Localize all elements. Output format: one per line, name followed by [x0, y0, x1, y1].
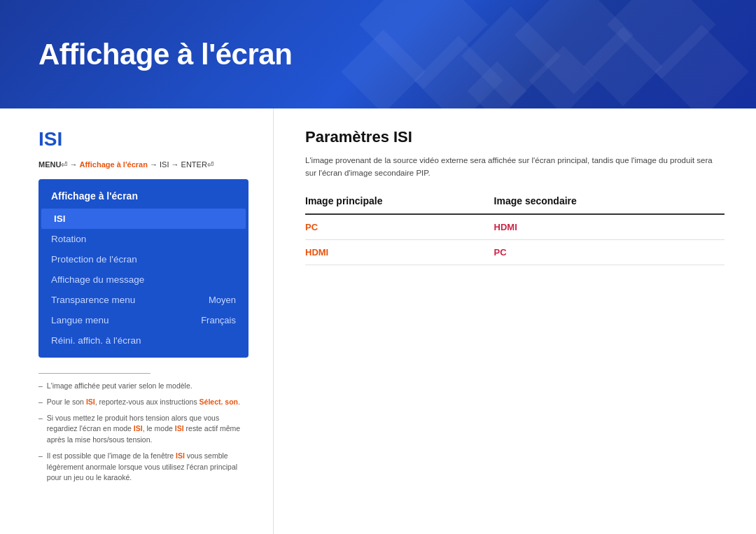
footnote-3-isi2: ISI — [175, 424, 184, 433]
footnote-4: – Il est possible que l'image de la fenê… — [38, 451, 248, 484]
footnote-3-isi1: ISI — [134, 424, 143, 433]
menu-item-reini-label: Réini. affich. à l'écran — [51, 335, 141, 346]
table-cell-main-2: HDMI — [305, 239, 494, 265]
menu-item-affichage-label: Affichage du message — [51, 274, 144, 285]
breadcrumb-arrow2: → ISI → ENTER — [150, 160, 207, 169]
menu-item-affichage[interactable]: Affichage du message — [38, 269, 248, 290]
breadcrumb-highlight: Affichage à l'écran — [80, 160, 148, 169]
menu-item-protection[interactable]: Protection de l'écran — [38, 249, 248, 269]
col-header-secondary: Image secondaire — [494, 195, 724, 214]
table-cell-secondary-2: PC — [494, 239, 724, 265]
breadcrumb-enter-icon: ⏎ — [207, 160, 214, 169]
footnote-3: – Si vous mettez le produit hors tension… — [38, 413, 248, 446]
footnote-4-text: Il est possible que l'image de la fenêtr… — [47, 451, 248, 484]
section-title: ISI — [38, 128, 248, 150]
menu-item-langue-label: Langue menu — [51, 315, 109, 325]
menu-box: Affichage à l'écran ISI Rotation Protect… — [38, 179, 248, 358]
menu-item-transparence-label: Transparence menu — [51, 295, 135, 305]
menu-item-rotation-label: Rotation — [51, 234, 86, 244]
main-content: ISI MENU⏎ → Affichage à l'écran → ISI → … — [0, 108, 756, 534]
menu-item-reini[interactable]: Réini. affich. à l'écran — [38, 330, 248, 351]
menu-box-title: Affichage à l'écran — [38, 186, 248, 209]
params-table: Image principale Image secondaire PC HDM… — [305, 195, 724, 265]
breadcrumb-menu: MENU — [38, 160, 61, 169]
menu-item-rotation[interactable]: Rotation — [38, 229, 248, 249]
breadcrumb-arrow1: → — [69, 160, 79, 169]
footnote-1-text: L'image affichée peut varier selon le mo… — [47, 381, 192, 392]
menu-item-langue[interactable]: Langue menu Français — [38, 310, 248, 330]
page-title: Affichage à l'écran — [38, 38, 292, 71]
footnote-3-text: Si vous mettez le produit hors tension a… — [47, 413, 248, 446]
breadcrumb: MENU⏎ → Affichage à l'écran → ISI → ENTE… — [38, 160, 248, 169]
footnote-2-isi: ISI — [86, 398, 95, 406]
footnote-4-isi: ISI — [176, 451, 185, 460]
menu-item-isi-label: ISI — [54, 213, 66, 224]
params-title: Paramètres ISI — [305, 128, 724, 146]
left-panel: ISI MENU⏎ → Affichage à l'écran → ISI → … — [0, 108, 273, 534]
footnote-2-text: Pour le son ISI, reportez-vous aux instr… — [47, 397, 240, 408]
footnote-2-select: Sélect. son — [200, 398, 238, 406]
header-decoration — [340, 0, 756, 108]
table-cell-main-1: PC — [305, 214, 494, 240]
menu-item-isi[interactable]: ISI — [41, 209, 246, 229]
page-header: Affichage à l'écran — [0, 0, 756, 108]
footnote-1: – L'image affichée peut varier selon le … — [38, 381, 248, 392]
right-panel: Paramètres ISI L'image provenant de la s… — [273, 108, 756, 534]
table-row: PC HDMI — [305, 214, 724, 240]
table-header-row: Image principale Image secondaire — [305, 195, 724, 214]
menu-item-transparence[interactable]: Transparence menu Moyen — [38, 290, 248, 310]
menu-item-protection-label: Protection de l'écran — [51, 254, 137, 265]
col-header-main: Image principale — [305, 195, 494, 214]
table-row: HDMI PC — [305, 239, 724, 265]
menu-item-langue-value: Français — [201, 315, 236, 325]
breadcrumb-icon: ⏎ — [61, 160, 67, 169]
menu-item-transparence-value: Moyen — [209, 295, 236, 305]
footnotes-area: – L'image affichée peut varier selon le … — [38, 358, 248, 484]
table-cell-secondary-1: HDMI — [494, 214, 724, 240]
params-description: L'image provenant de la source vidéo ext… — [305, 155, 724, 180]
footnote-2: – Pour le son ISI, reportez-vous aux ins… — [38, 397, 248, 408]
